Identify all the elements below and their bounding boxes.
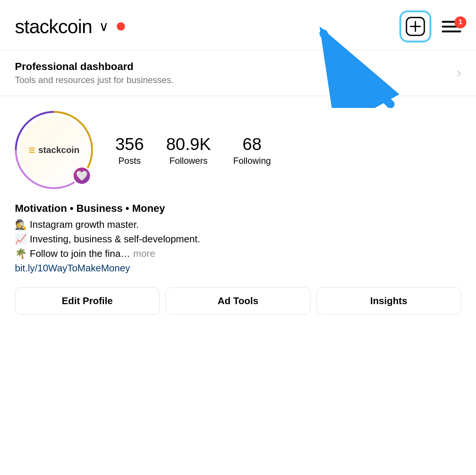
logo-icon: ≡ [28,143,35,157]
posts-count: 356 [115,134,144,154]
chart-emoji: 📈 [15,233,27,245]
ad-tools-button[interactable]: Ad Tools [165,287,310,315]
notification-badge: 1 [454,16,466,28]
avatar-container[interactable]: ≡ stackcoin 🤍 [15,111,93,189]
profile-section: ≡ stackcoin 🤍 356 Posts 80.9 [0,96,476,326]
bio-text-3: Follow to join the fina… [30,248,130,259]
heart-icon: 🤍 [76,170,88,182]
detective-emoji: 🕵️ [15,219,27,230]
pro-dashboard-text: Professional dashboard Tools and resourc… [15,61,174,85]
bio-text-2: Investing, business & self-development. [30,233,200,245]
followers-stat[interactable]: 80.9K Followers [166,134,211,166]
username-text: stackcoin [15,15,92,38]
following-stat[interactable]: 68 Following [233,134,271,166]
professional-dashboard-banner[interactable]: Professional dashboard Tools and resourc… [0,50,476,96]
header-right: 1 [399,10,461,42]
logo-text: stackcoin [38,145,80,155]
header-left: stackcoin ∨ [15,15,125,38]
bio-line-1: 🕵️ Instagram growth master. [15,219,461,230]
bio-line-2: 📈 Investing, business & self-development… [15,233,461,245]
plus-square-icon [405,16,425,36]
edit-profile-button[interactable]: Edit Profile [15,287,160,315]
following-count: 68 [242,134,261,154]
palm-emoji: 🌴 [15,248,27,259]
profile-stats: 356 Posts 80.9K Followers 68 Following [115,134,461,166]
app-header: stackcoin ∨ 1 [0,0,476,50]
profile-top: ≡ stackcoin 🤍 356 Posts 80.9 [15,111,461,189]
followers-count: 80.9K [166,134,211,154]
heart-badge: 🤍 [72,166,91,185]
chevron-right-icon: › [457,65,461,81]
followers-label: Followers [170,156,208,166]
pro-dashboard-subtitle: Tools and resources just for businesses. [15,75,174,85]
bio-headline: Motivation • Business • Money [15,203,461,214]
bio-line-3: 🌴 Follow to join the fina… more [15,248,461,259]
insights-button[interactable]: Insights [316,287,461,315]
action-buttons: Edit Profile Ad Tools Insights [15,287,461,315]
following-label: Following [233,156,271,166]
avatar-logo: ≡ stackcoin [28,143,79,157]
bio-section: Motivation • Business • Money 🕵️ Instagr… [15,203,461,274]
hamburger-menu-button[interactable]: 1 [442,21,461,32]
bio-website-link[interactable]: bit.ly/10WayToMakeMoney [15,262,130,274]
menu-bar [442,31,461,32]
bio-text-1: Instagram growth master. [30,219,139,230]
posts-label: Posts [118,156,141,166]
new-post-button[interactable] [399,10,431,42]
online-status-dot [117,22,125,31]
pro-dashboard-title: Professional dashboard [15,61,174,73]
posts-stat[interactable]: 356 Posts [115,134,144,166]
bio-more-link[interactable]: more [133,248,155,259]
username-chevron-icon[interactable]: ∨ [99,19,109,34]
